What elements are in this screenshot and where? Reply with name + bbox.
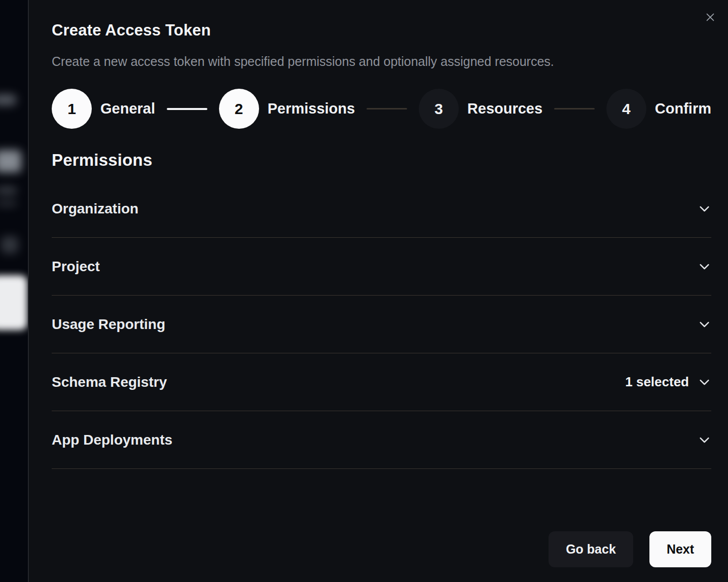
step-connector — [367, 108, 407, 110]
step-label: Permissions — [268, 100, 355, 117]
accordion-row-right — [698, 260, 711, 273]
blurred-background-card — [0, 275, 27, 330]
step-connector — [167, 108, 207, 110]
background-page-strip — [0, 0, 28, 582]
next-button[interactable]: Next — [649, 531, 711, 567]
wizard-stepper: 1 General 2 Permissions 3 Resources 4 Co… — [52, 89, 711, 129]
blurred-background-element — [0, 94, 16, 105]
chevron-down-icon — [698, 375, 711, 389]
create-access-token-modal: Create Access Token Create a new access … — [28, 0, 728, 582]
modal-subtitle: Create a new access token with specified… — [52, 54, 711, 69]
step-confirm[interactable]: 4 Confirm — [606, 89, 711, 129]
accordion-row-right — [698, 202, 711, 215]
chevron-down-icon — [698, 260, 711, 273]
step-label: Confirm — [655, 100, 711, 117]
accordion-label: Schema Registry — [52, 374, 167, 390]
accordion-row-schema-registry[interactable]: Schema Registry 1 selected — [52, 353, 711, 411]
chevron-down-icon — [698, 433, 711, 447]
step-number-badge: 4 — [606, 89, 646, 129]
close-icon — [705, 12, 716, 23]
blurred-background-element — [0, 150, 21, 172]
accordion-row-app-deployments[interactable]: App Deployments — [52, 411, 711, 469]
accordion-row-right — [698, 317, 711, 331]
accordion-row-right: 1 selected — [625, 374, 711, 390]
permissions-accordion: Organization Project Usage Reporting — [52, 180, 711, 469]
chevron-down-icon — [698, 202, 711, 215]
step-number-badge: 2 — [219, 89, 259, 129]
blurred-background-element — [0, 187, 17, 195]
selected-count-badge: 1 selected — [625, 374, 689, 390]
accordion-label: Project — [52, 259, 100, 275]
modal-footer: Go back Next — [549, 531, 711, 567]
permissions-heading: Permissions — [52, 151, 711, 170]
accordion-label: Usage Reporting — [52, 316, 165, 333]
modal-title: Create Access Token — [52, 21, 711, 40]
step-resources[interactable]: 3 Resources — [419, 89, 542, 129]
blurred-background-element — [0, 200, 17, 207]
accordion-label: Organization — [52, 201, 138, 217]
go-back-button[interactable]: Go back — [549, 531, 633, 567]
accordion-row-usage-reporting[interactable]: Usage Reporting — [52, 296, 711, 353]
accordion-row-organization[interactable]: Organization — [52, 180, 711, 238]
chevron-down-icon — [698, 317, 711, 331]
step-permissions[interactable]: 2 Permissions — [219, 89, 355, 129]
blurred-background-element — [1, 236, 18, 253]
step-general[interactable]: 1 General — [52, 89, 155, 129]
accordion-row-right — [698, 433, 711, 447]
accordion-row-project[interactable]: Project — [52, 238, 711, 296]
close-button[interactable] — [702, 9, 718, 25]
step-label: Resources — [467, 100, 542, 117]
step-number-badge: 1 — [52, 89, 92, 129]
step-label: General — [100, 100, 155, 117]
accordion-label: App Deployments — [52, 432, 172, 448]
step-connector — [554, 108, 595, 110]
step-number-badge: 3 — [419, 89, 459, 129]
